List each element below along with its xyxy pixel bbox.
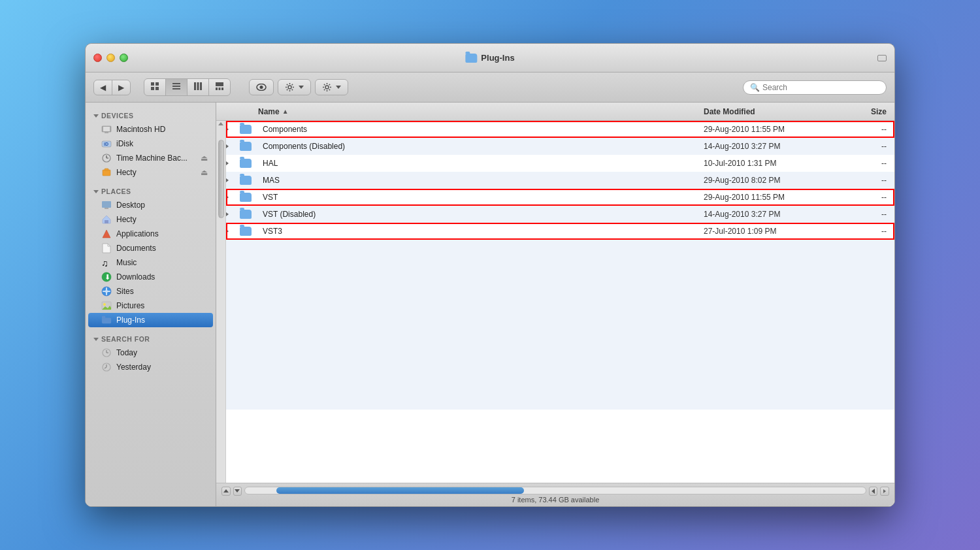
file-date-components: 29-Aug-2010 11:55 PM [698,125,842,134]
sidebar-item-desktop[interactable]: Desktop [86,198,216,212]
plug-ins-icon [101,315,112,325]
gear-action-button[interactable] [278,79,311,95]
eye-action-button[interactable] [249,79,274,95]
sidebar-item-hecty-places[interactable]: Hecty [86,212,216,227]
folder-icon-vst [239,192,252,202]
sidebar-label-applications: Applications [116,229,159,238]
file-row-mas[interactable]: MAS 29-Aug-2010 8:02 PM -- [226,172,894,189]
svg-rect-19 [103,127,110,131]
sidebar-item-time-machine[interactable]: Time Machine Bac... ⏏ [86,151,216,165]
horizontal-scroll-track[interactable] [244,487,866,494]
sidebar-item-sites[interactable]: Sites [86,284,216,299]
sidebar-item-documents[interactable]: Documents [86,241,216,255]
file-row-components[interactable]: Components 29-Aug-2010 11:55 PM -- [226,121,894,138]
file-name-hal: HAL [263,159,278,168]
expand-icon-vst3[interactable] [226,229,239,233]
vertical-scroll-thumb[interactable] [218,140,224,218]
hecty-device-eject-icon[interactable]: ⏏ [201,168,208,177]
search-input[interactable] [762,83,879,92]
file-row-hal[interactable]: HAL 10-Jul-2010 1:31 PM -- [226,155,894,172]
svg-rect-0 [151,82,154,86]
sidebar-item-idisk[interactable]: iD iDisk [86,137,216,151]
sidebar-item-yesterday[interactable]: Yesterday [86,360,216,374]
macintosh-hd-icon [101,124,112,135]
scroll-up-button[interactable] [221,487,231,496]
svg-rect-1 [155,82,159,86]
search-collapse-icon[interactable] [93,338,99,341]
file-row-empty-3 [226,274,894,291]
size-column-header[interactable]: Size [842,107,894,116]
file-row-vst[interactable]: VST 29-Aug-2010 11:55 PM -- [226,189,894,206]
file-size-vst-disabled: -- [842,210,894,219]
file-date-vst: 29-Aug-2010 11:55 PM [698,193,842,202]
column-view-button[interactable] [188,79,209,95]
expand-icon-vst-disabled[interactable] [226,212,239,216]
gear2-action-button[interactable] [315,79,348,95]
search-bar[interactable]: 🔍 [743,80,887,95]
folder-icon-hal [239,158,252,169]
expand-icon-mas[interactable] [226,178,239,182]
sidebar-label-sites: Sites [116,287,134,296]
date-column-header[interactable]: Date Modified [698,107,842,116]
expand-icon-components-disabled[interactable] [226,144,239,148]
close-button[interactable] [93,54,102,62]
scroll-down-button[interactable] [233,487,242,496]
file-size-components-disabled: -- [842,142,894,151]
nav-button-group: ◀ ▶ [93,80,131,95]
hecty-device-icon [101,167,112,178]
sidebar-item-today[interactable]: Today [86,346,216,360]
expand-icon-hal[interactable] [226,161,239,165]
time-machine-eject-icon[interactable]: ⏏ [201,154,208,163]
list-view-button[interactable] [166,79,188,95]
svg-point-37 [103,303,106,306]
svg-text:⬇: ⬇ [105,273,110,281]
hecty-places-icon [101,214,112,225]
finder-window: Plug-Ins ◀ ▶ [85,43,895,507]
sidebar-item-plug-ins[interactable]: Plug-Ins [88,313,213,327]
file-row-empty-9 [226,376,894,393]
folder-icon-vst3 [239,226,252,236]
sidebar-item-downloads[interactable]: ⬇ Downloads [86,270,216,284]
file-row-vst3[interactable]: VST3 27-Jul-2010 1:09 PM -- [226,223,894,240]
maximize-button[interactable] [120,54,128,62]
sidebar-item-music[interactable]: ♫ Music [86,255,216,270]
expand-icon-components[interactable] [226,127,239,131]
minimize-button[interactable] [106,54,115,62]
sidebar-label-today: Today [116,348,137,357]
svg-rect-7 [194,82,196,90]
desktop-icon [101,200,112,210]
scroll-left-button[interactable] [869,487,878,496]
svg-rect-29 [105,208,108,209]
name-column-header[interactable]: Name ▲ [225,107,698,116]
vertical-scroll-track[interactable] [216,121,226,483]
file-list-container: Components 29-Aug-2010 11:55 PM -- [216,121,894,483]
view-button-group [144,78,231,96]
sidebar-label-plug-ins: Plug-Ins [116,315,145,325]
forward-button[interactable]: ▶ [112,80,130,95]
file-row-components-disabled[interactable]: Components (Disabled) 14-Aug-2010 3:27 P… [226,138,894,155]
sidebar-item-hecty-device[interactable]: Hecty ⏏ [86,165,216,180]
places-collapse-icon[interactable] [93,190,99,193]
sidebar-item-pictures[interactable]: Pictures [86,299,216,313]
devices-section-header: DEVICES [86,108,216,122]
svg-rect-9 [200,82,202,90]
sidebar-label-documents: Documents [116,244,156,253]
file-row-empty-6 [226,325,894,342]
svg-text:iD: iD [104,142,108,146]
svg-rect-13 [221,88,223,90]
sidebar-item-macintosh-hd[interactable]: Macintosh HD [86,122,216,137]
sidebar-item-applications[interactable]: Applications [86,227,216,241]
pictures-icon [101,300,112,311]
file-date-mas: 29-Aug-2010 8:02 PM [698,176,842,185]
cover-flow-button[interactable] [209,79,230,95]
scroll-right-button[interactable] [880,487,889,496]
resize-button[interactable] [877,55,887,61]
horizontal-scroll-thumb[interactable] [276,487,525,494]
icon-view-button[interactable] [144,79,166,95]
devices-collapse-icon[interactable] [93,114,99,118]
back-button[interactable]: ◀ [94,80,112,95]
file-list: Components 29-Aug-2010 11:55 PM -- [226,121,894,483]
file-name-vst-disabled: VST (Disabled) [263,210,316,219]
file-row-vst-disabled[interactable]: VST (Disabled) 14-Aug-2010 3:27 PM -- [226,206,894,223]
expand-icon-vst[interactable] [226,195,239,199]
